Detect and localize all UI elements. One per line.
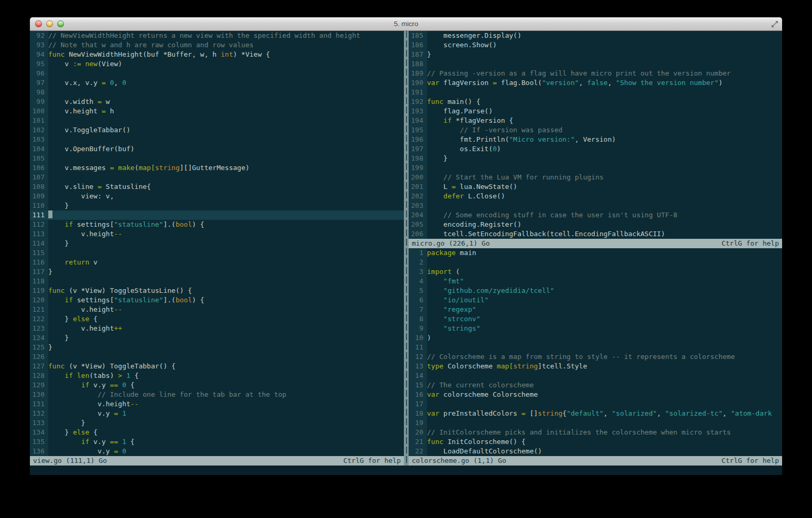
code-line[interactable]: 109 view: v, xyxy=(30,192,404,201)
code-line[interactable]: 118 xyxy=(30,277,404,286)
code-line[interactable]: 204 // Some encoding stuff in case the u… xyxy=(409,210,782,220)
code-line[interactable]: 10) xyxy=(409,333,782,343)
code-line[interactable]: 3import ( xyxy=(409,267,782,277)
code-line[interactable]: 198 } xyxy=(409,154,782,163)
code-line[interactable]: 119func (v *View) ToggleStatusLine() { xyxy=(30,286,404,295)
code-line[interactable]: 94func NewViewWidthHeight(buf *Buffer, w… xyxy=(30,50,404,59)
code-line[interactable]: 130 // Include one line for the tab bar … xyxy=(30,390,404,399)
code-line[interactable]: 13type Colorscheme map[string]tcell.Styl… xyxy=(409,362,782,371)
code-line[interactable]: 19 xyxy=(409,418,782,428)
code-line[interactable]: 101 xyxy=(30,116,404,125)
code-line[interactable]: 103 xyxy=(30,135,404,144)
code-line[interactable]: 186 screen.Show() xyxy=(409,40,782,50)
code-line[interactable]: 14 xyxy=(409,371,782,380)
code-line[interactable]: 15// The current colorscheme xyxy=(409,380,782,390)
code-line[interactable]: 9 "strings" xyxy=(409,324,782,333)
code-line[interactable]: 20// InitColorscheme picks and initializ… xyxy=(409,428,782,437)
code-line[interactable]: 1package main xyxy=(409,248,782,258)
code-line[interactable]: 131 v.height-- xyxy=(30,399,404,409)
code-line[interactable]: 187} xyxy=(409,50,782,59)
code-line[interactable]: 121 v.height-- xyxy=(30,305,404,314)
code-line[interactable]: 99 v.width = w xyxy=(30,97,404,107)
code-line[interactable]: 111 xyxy=(30,210,404,220)
code-line[interactable]: 11 xyxy=(409,343,782,352)
code-line[interactable]: 115 xyxy=(30,248,404,258)
code-line[interactable]: 117} xyxy=(30,267,404,277)
code-text: // Passing -version as a flag will have … xyxy=(427,69,782,78)
code-line[interactable]: 190var flagVersion = flag.Bool("version"… xyxy=(409,78,782,88)
code-line[interactable]: 129 if v.y == 0 { xyxy=(30,380,404,390)
pane-divider[interactable] xyxy=(404,31,409,466)
code-line[interactable]: 113 v.height-- xyxy=(30,229,404,239)
code-line[interactable]: 110 } xyxy=(30,201,404,210)
code-area-view[interactable]: 92// NewViewWidthHeight returns a new vi… xyxy=(30,31,404,456)
title-bar[interactable]: 5. micro xyxy=(30,17,782,31)
code-line[interactable]: 136 v.y = 0 xyxy=(30,447,404,456)
code-line[interactable]: 200 // Start the Lua VM for running plug… xyxy=(409,173,782,182)
code-line[interactable]: 6 "io/ioutil" xyxy=(409,295,782,305)
code-line[interactable]: 199 xyxy=(409,163,782,173)
code-line[interactable]: 127func (v *View) ToggleTabbar() { xyxy=(30,362,404,371)
code-line[interactable]: 112 if settings["statusline"].(bool) { xyxy=(30,220,404,229)
code-line[interactable]: 194 if *flagVersion { xyxy=(409,116,782,125)
code-line[interactable]: 189// Passing -version as a flag will ha… xyxy=(409,69,782,78)
code-line[interactable]: 18var preInstalledColors = []string{"def… xyxy=(409,409,782,418)
code-line[interactable]: 135 if v.y == 1 { xyxy=(30,437,404,447)
status-file-info: micro.go (226,1) Go xyxy=(412,239,490,248)
code-line[interactable]: 197 os.Exit(0) xyxy=(409,144,782,154)
code-line[interactable]: 21func InitColorscheme() { xyxy=(409,437,782,447)
code-line[interactable]: 97 v.x, v.y = 0, 0 xyxy=(30,78,404,88)
code-line[interactable]: 12// Colorscheme is a map from string to… xyxy=(409,352,782,362)
code-line[interactable]: 96 xyxy=(30,69,404,78)
code-area-micro[interactable]: 185 messenger.Display()186 screen.Show()… xyxy=(409,31,782,239)
code-line[interactable]: 191 xyxy=(409,88,782,97)
code-line[interactable]: 92// NewViewWidthHeight returns a new vi… xyxy=(30,31,404,40)
code-line[interactable]: 128 if len(tabs) > 1 { xyxy=(30,371,404,380)
code-line[interactable]: 124 } xyxy=(30,333,404,343)
code-line[interactable]: 114 } xyxy=(30,239,404,248)
code-line[interactable]: 95 v := new(View) xyxy=(30,59,404,69)
code-line[interactable]: 108 v.sline = Statusline{ xyxy=(30,182,404,192)
code-text: v.height-- xyxy=(48,229,404,239)
code-line[interactable]: 196 fmt.Println("Micro version:", Versio… xyxy=(409,135,782,144)
code-line[interactable]: 106 v.messages = make(map[string][]Gutte… xyxy=(30,163,404,173)
code-line[interactable]: 120 if settings["statusline"].(bool) { xyxy=(30,295,404,305)
code-line[interactable]: 16var colorscheme Colorscheme xyxy=(409,390,782,399)
code-line[interactable]: 98 xyxy=(30,88,404,97)
code-line[interactable]: 206 tcell.SetEncodingFallback(tcell.Enco… xyxy=(409,229,782,239)
code-line[interactable]: 201 L = lua.NewState() xyxy=(409,182,782,192)
code-line[interactable]: 17 xyxy=(409,399,782,409)
code-line[interactable]: 105 xyxy=(30,154,404,163)
code-line[interactable]: 193 flag.Parse() xyxy=(409,107,782,116)
code-line[interactable]: 205 encoding.Register() xyxy=(409,220,782,229)
code-line[interactable]: 185 messenger.Display() xyxy=(409,31,782,40)
code-line[interactable]: 192func main() { xyxy=(409,97,782,107)
code-line[interactable]: 125} xyxy=(30,343,404,352)
code-line[interactable]: 122 } else { xyxy=(30,314,404,324)
code-line[interactable]: 203 xyxy=(409,201,782,210)
code-line[interactable]: 116 return v xyxy=(30,258,404,267)
code-line[interactable]: 4 "fmt" xyxy=(409,277,782,286)
code-line[interactable]: 132 v.y = 1 xyxy=(30,409,404,418)
code-line[interactable]: 195 // If -version was passed xyxy=(409,125,782,135)
code-line[interactable]: 7 "regexp" xyxy=(409,305,782,314)
code-line[interactable]: 22 LoadDefaultColorscheme() xyxy=(409,447,782,456)
code-line[interactable]: 8 "strconv" xyxy=(409,314,782,324)
code-line[interactable]: 104 v.OpenBuffer(buf) xyxy=(30,144,404,154)
code-line[interactable]: 5 "github.com/zyedidia/tcell" xyxy=(409,286,782,295)
line-number: 107 xyxy=(30,173,48,182)
code-area-colorscheme[interactable]: 1package main23import (4 "fmt"5 "github.… xyxy=(409,248,782,456)
code-line[interactable]: 126 xyxy=(30,352,404,362)
code-line[interactable]: 134 } else { xyxy=(30,428,404,437)
code-line[interactable]: 107 xyxy=(30,173,404,182)
line-number: 112 xyxy=(30,220,48,229)
code-line[interactable]: 102 v.ToggleTabbar() xyxy=(30,125,404,135)
code-line[interactable]: 123 v.height++ xyxy=(30,324,404,333)
code-line[interactable]: 133 } xyxy=(30,418,404,428)
code-line[interactable]: 188 xyxy=(409,59,782,69)
code-line[interactable]: 100 v.height = h xyxy=(30,107,404,116)
resize-icon[interactable] xyxy=(771,20,778,28)
code-line[interactable]: 202 defer L.Close() xyxy=(409,192,782,201)
code-line[interactable]: 2 xyxy=(409,258,782,267)
code-line[interactable]: 93// Note that w and h are raw column an… xyxy=(30,40,404,50)
